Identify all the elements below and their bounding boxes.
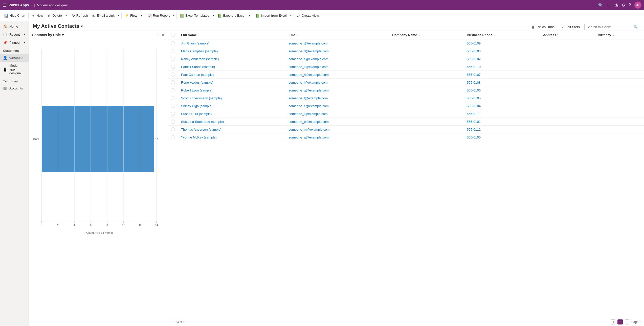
cell-birthday-1 <box>595 47 644 55</box>
search-submit-button[interactable]: 🔍 <box>631 24 640 30</box>
create-view-button[interactable]: 🖊 Create view <box>295 13 321 19</box>
row-checkbox-12[interactable] <box>171 135 175 139</box>
flow-button[interactable]: ⚡ Flow <box>123 13 139 19</box>
svg-text:13: 13 <box>155 138 158 141</box>
hamburger-icon[interactable]: ☰ <box>3 3 6 8</box>
avatar[interactable]: JL <box>634 2 641 9</box>
fullname-link-3[interactable]: Patrick Sands (sample) <box>181 65 215 69</box>
cell-address-12 <box>540 133 595 141</box>
fullname-link-11[interactable]: Thomas Andersen (sample) <box>181 128 221 131</box>
sidebar-item-accounts[interactable]: 🏢 Accounts <box>0 84 29 92</box>
sidebar-item-pinned[interactable]: 📌 Pinned ▾ <box>0 38 29 46</box>
email-link-12[interactable]: someone_a@example.com <box>288 135 328 139</box>
import-excel-caret-button[interactable]: ▾ <box>289 13 293 18</box>
email-link-6[interactable]: someone_g@example.com <box>288 88 328 92</box>
sidebar-item-modern-app-designer[interactable]: 📱 Modern app designe... <box>0 62 29 77</box>
sidebar-item-contacts[interactable]: 👤 Contacts <box>0 54 29 62</box>
row-checkbox-10[interactable] <box>171 120 175 124</box>
excel-templates-button[interactable]: 📗 Excel Templates <box>178 13 211 19</box>
fullname-link-1[interactable]: Maria Campbell (sample) <box>181 49 218 53</box>
email-link-2[interactable]: someone_c@example.com <box>288 57 328 61</box>
email-link-button[interactable]: ✉ Email a Link <box>90 13 117 19</box>
row-checkbox-9[interactable] <box>171 112 175 116</box>
view-title-caret[interactable]: ▾ <box>81 24 83 28</box>
email-link-10[interactable]: someone_b@example.com <box>288 120 328 124</box>
settings-icon[interactable]: ⚙ <box>621 3 625 8</box>
select-all-checkbox[interactable] <box>171 33 175 37</box>
export-excel-caret-button[interactable]: ▾ <box>248 13 251 18</box>
email-link-8[interactable]: someone_e@example.com <box>288 104 328 108</box>
email-caret-button[interactable]: ▾ <box>117 13 120 18</box>
email-link-7[interactable]: someone_f@example.com <box>288 96 328 100</box>
fullname-link-12[interactable]: Yvonne McKay (sample) <box>181 135 217 139</box>
flow-caret-button[interactable]: ▾ <box>140 13 143 18</box>
chart-more-icon[interactable]: ⋮ <box>156 33 160 37</box>
email-link-0[interactable]: someone_j@example.com <box>288 41 327 45</box>
delete-button[interactable]: 🗑 Delete <box>46 13 64 19</box>
filter-icon[interactable]: ⚗ <box>614 3 618 8</box>
col-header-fullname[interactable]: Full Name ↑ <box>178 31 285 39</box>
fullname-link-10[interactable]: Susanna Stubberod (sample) <box>181 120 224 124</box>
fullname-link-2[interactable]: Nancy Anderson (sample) <box>181 57 219 61</box>
row-checkbox-5[interactable] <box>171 80 175 84</box>
email-link-5[interactable]: someone_i@example.com <box>288 81 327 84</box>
row-checkbox-cell-7 <box>168 94 178 102</box>
email-link-1[interactable]: someone_d@example.com <box>288 49 328 53</box>
refresh-button[interactable]: ↻ Refresh <box>70 13 90 19</box>
email-link-9[interactable]: someone_l@example.com <box>288 112 327 116</box>
table-row: Scott Konersmann (sample) someone_f@exam… <box>168 94 644 102</box>
chart-close-icon[interactable]: ✕ <box>162 33 165 37</box>
fullname-link-6[interactable]: Robert Lyon (sample) <box>181 88 213 92</box>
row-checkbox-0[interactable] <box>171 41 175 45</box>
col-header-email[interactable]: Email ↕ <box>285 31 389 39</box>
export-excel-button[interactable]: 📗 Export to Excel <box>215 13 247 19</box>
fullname-link-0[interactable]: Jim Glynn (sample) <box>181 41 209 45</box>
prev-page-button[interactable]: ‹ <box>611 319 615 324</box>
row-checkbox-6[interactable] <box>171 88 175 92</box>
sidebar-item-home[interactable]: 🏠 Home <box>0 22 29 30</box>
run-report-button[interactable]: 📈 Run Report <box>145 13 172 19</box>
cell-birthday-8 <box>595 102 644 110</box>
email-link-11[interactable]: someone_m@example.com <box>288 128 329 131</box>
next-page-button[interactable]: › <box>625 319 629 324</box>
excel-templates-caret-button[interactable]: ▾ <box>212 13 215 18</box>
row-checkbox-1[interactable] <box>171 49 175 53</box>
pagination: ‹ 1 › Page 1 <box>611 319 641 324</box>
table-row: Yvonne McKay (sample) someone_a@example.… <box>168 133 644 141</box>
fullname-link-5[interactable]: Rene Valdes (sample) <box>181 81 213 84</box>
row-checkbox-4[interactable] <box>171 73 175 77</box>
search-input[interactable] <box>585 24 631 30</box>
row-checkbox-2[interactable] <box>171 57 175 61</box>
help-icon[interactable]: ? <box>629 3 631 7</box>
fullname-link-4[interactable]: Paul Cannon (sample) <box>181 73 214 77</box>
add-icon[interactable]: ＋ <box>607 3 611 8</box>
page-1-button[interactable]: 1 <box>617 319 623 324</box>
col-header-phone[interactable]: Business Phone ↕ <box>464 31 540 39</box>
recent-collapse-icon: ▾ <box>24 33 26 36</box>
col-header-address[interactable]: Address 1 ↕ <box>540 31 595 39</box>
email-link-4[interactable]: someone_h@example.com <box>288 73 328 77</box>
col-header-company[interactable]: Company Name ↕ <box>389 31 464 39</box>
row-checkbox-8[interactable] <box>171 104 175 108</box>
row-checkbox-11[interactable] <box>171 127 175 131</box>
col-header-birthday[interactable]: Birthday ↕ <box>595 31 644 39</box>
delete-caret-button[interactable]: ▾ <box>64 13 68 18</box>
new-button[interactable]: ＋ New <box>30 12 45 19</box>
fullname-link-9[interactable]: Susan Burk (sample) <box>181 112 212 116</box>
hide-chart-button[interactable]: 📊 Hide Chart <box>2 13 27 19</box>
row-checkbox-7[interactable] <box>171 96 175 100</box>
select-all-header[interactable] <box>168 31 178 39</box>
email-link-3[interactable]: someone_k@example.com <box>288 65 328 69</box>
chart-title[interactable]: Contacts by Role ▾ <box>32 33 64 37</box>
sidebar-item-recent[interactable]: 🕐 Recent ▾ <box>0 30 29 38</box>
run-report-caret-button[interactable]: ▾ <box>172 13 175 18</box>
fullname-link-8[interactable]: Sidney Higa (sample) <box>181 104 212 108</box>
import-excel-button[interactable]: 📗 Import from Excel <box>253 13 289 19</box>
cell-birthday-12 <box>595 133 644 141</box>
run-report-icon: 📈 <box>147 14 152 18</box>
fullname-link-7[interactable]: Scott Konersmann (sample) <box>181 96 222 100</box>
search-icon[interactable]: 🔍 <box>598 3 603 8</box>
row-checkbox-3[interactable] <box>171 65 175 69</box>
edit-columns-button[interactable]: ▦ Edit columns <box>529 24 557 30</box>
edit-filters-button[interactable]: ▽ Edit filters <box>559 24 582 30</box>
